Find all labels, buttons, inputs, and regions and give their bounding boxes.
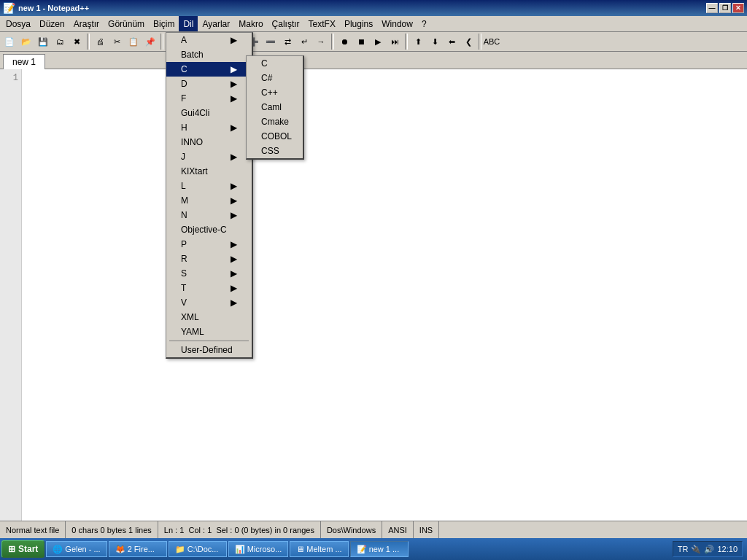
tab-bar: new 1: [0, 52, 747, 69]
folder-icon: 📁: [175, 545, 185, 554]
dil-item-yaml[interactable]: YAML: [166, 324, 252, 339]
taskbar-btn-explorer[interactable]: 📁 C:\Doc...: [169, 541, 227, 557]
new-button[interactable]: 📄: [1, 34, 18, 50]
status-filetype: Normal text file: [0, 521, 66, 538]
menu-gorunum[interactable]: Görünüm: [104, 16, 149, 31]
taskbar-btn-word[interactable]: 📊 Microso...: [228, 541, 289, 557]
menu-makro[interactable]: Makro: [234, 16, 267, 31]
macro-stop-button[interactable]: ⏹: [353, 34, 369, 50]
macro-play-button[interactable]: ▶: [370, 34, 386, 50]
clock: 12:10: [717, 545, 738, 553]
app-icon: 🖥: [296, 545, 304, 553]
save-button[interactable]: 💾: [35, 34, 51, 50]
dil-item-objective-c[interactable]: Objective-C: [166, 222, 252, 237]
taskbar-btn-meltem[interactable]: 🖥 Meltem ...: [290, 541, 348, 557]
minimize-button[interactable]: —: [706, 3, 718, 13]
menu-arastir[interactable]: Araştır: [69, 16, 104, 31]
paste-button[interactable]: 📌: [142, 34, 158, 50]
taskbar-btn-gelen[interactable]: 🌐 Gelen - ...: [46, 541, 107, 557]
ie-icon: 🌐: [53, 545, 63, 554]
close-button[interactable]: ✕: [732, 3, 744, 13]
copy-button[interactable]: 📋: [125, 34, 142, 50]
toggle3-button[interactable]: ⬅: [444, 34, 460, 50]
c-submenu-css[interactable]: CSS: [247, 144, 303, 158]
speaker-icon: 🔊: [704, 545, 714, 554]
dil-item-s[interactable]: S▶: [166, 266, 252, 281]
menu-window[interactable]: Window: [377, 16, 417, 31]
dil-item-j[interactable]: J▶: [166, 149, 252, 164]
dil-item-h[interactable]: H▶: [166, 120, 252, 135]
taskbar-btn-firefox[interactable]: 🦊 2 Fire...: [109, 541, 167, 557]
dil-item-m[interactable]: M▶: [166, 193, 252, 208]
dil-item-kixtart[interactable]: KIXtart: [166, 164, 252, 179]
menu-duzen[interactable]: Düzen: [35, 16, 69, 31]
toggle4-button[interactable]: ❮: [460, 34, 476, 50]
menu-ayarlar[interactable]: Ayarlar: [198, 16, 234, 31]
dil-item-xml[interactable]: XML: [166, 310, 252, 324]
line-number-1: 1: [3, 72, 18, 84]
c-submenu-cobol[interactable]: COBOL: [247, 129, 303, 144]
dil-item-d[interactable]: D▶: [166, 77, 252, 91]
dil-item-r[interactable]: R▶: [166, 252, 252, 266]
toolbar: 📄 📂 💾 🗂 ✖ 🖨 ✂ 📋 📌 ↩ ↪ 🔍 🔄 ➕ ➖ ⇄ ↵ → ⏺ ⏹ …: [0, 32, 747, 52]
menu-textfx[interactable]: TextFX: [304, 16, 340, 31]
toggle1-button[interactable]: ⬆: [410, 34, 426, 50]
status-ins: INS: [414, 521, 439, 538]
taskbar-btn-notepad[interactable]: 📝 new 1 ...: [350, 541, 409, 557]
c-submenu-cpp[interactable]: C++: [247, 85, 303, 100]
macro-run-button[interactable]: ⏭: [387, 34, 403, 50]
dil-item-a[interactable]: A▶: [166, 33, 252, 47]
c-submenu-c[interactable]: C: [247, 56, 303, 71]
dil-item-v[interactable]: V▶: [166, 295, 252, 310]
tab-label: new 1: [12, 57, 36, 67]
wrap-button[interactable]: ↵: [296, 34, 312, 50]
dil-item-n[interactable]: N▶: [166, 208, 252, 222]
close-doc-button[interactable]: ✖: [69, 34, 85, 50]
dil-item-user-defined[interactable]: User-Defined: [166, 343, 252, 357]
spellcheck-button[interactable]: ABC: [484, 34, 500, 50]
dil-item-f[interactable]: F▶: [166, 91, 252, 106]
dil-item-batch[interactable]: Batch: [166, 47, 252, 62]
dil-item-t[interactable]: T▶: [166, 281, 252, 295]
line-numbers: 1: [0, 69, 22, 543]
app-icon: 📝: [3, 2, 15, 14]
macro-record-button[interactable]: ⏺: [336, 34, 352, 50]
c-submenu-cmake[interactable]: Cmake: [247, 114, 303, 129]
title-bar: 📝 new 1 - Notepad++ — ❐ ✕: [0, 0, 747, 16]
windows-logo-icon: ⊞: [8, 544, 15, 554]
c-submenu-caml[interactable]: Caml: [247, 100, 303, 114]
menu-calistir[interactable]: Çalıştır: [268, 16, 304, 31]
menu-bar: Dosya Düzen Araştır Görünüm Biçim Dil Ay…: [0, 16, 747, 32]
window-title: new 1 - Notepad++: [18, 4, 89, 12]
menu-dil[interactable]: Dil: [179, 16, 198, 31]
editor-content[interactable]: [22, 69, 747, 543]
status-chars: 0 chars 0 bytes 1 lines: [66, 521, 158, 538]
notepad-taskbar-icon: 📝: [357, 545, 367, 554]
dil-item-l[interactable]: L▶: [166, 179, 252, 193]
dil-item-c[interactable]: C▶: [166, 62, 252, 77]
menu-dosya[interactable]: Dosya: [1, 16, 35, 31]
tab-new1[interactable]: new 1: [3, 54, 45, 69]
start-button[interactable]: ⊞ Start: [1, 540, 44, 558]
toggle2-button[interactable]: ⬇: [427, 34, 443, 50]
toolbar-sep-1: [87, 34, 90, 50]
cut-button[interactable]: ✂: [109, 34, 125, 50]
sync-button[interactable]: ⇄: [279, 34, 295, 50]
menu-plugins[interactable]: Plugins: [340, 16, 377, 31]
menu-bicim[interactable]: Biçim: [149, 16, 179, 31]
c-submenu-csharp[interactable]: C#: [247, 71, 303, 85]
toolbar-sep-5: [331, 34, 334, 50]
toolbar-sep-6: [405, 34, 408, 50]
restore-button[interactable]: ❐: [719, 3, 731, 13]
dil-item-p[interactable]: P▶: [166, 237, 252, 252]
indent-button[interactable]: →: [313, 34, 329, 50]
print-button[interactable]: 🖨: [92, 34, 108, 50]
dil-item-inno[interactable]: INNO: [166, 135, 252, 149]
firefox-icon: 🦊: [115, 545, 125, 554]
save-all-button[interactable]: 🗂: [52, 34, 68, 50]
editor-area: 1: [0, 69, 747, 543]
zoom-out-button[interactable]: ➖: [263, 34, 279, 50]
dil-item-gui4cli[interactable]: Gui4Cli: [166, 106, 252, 120]
menu-help[interactable]: ?: [417, 16, 431, 31]
open-button[interactable]: 📂: [18, 34, 34, 50]
